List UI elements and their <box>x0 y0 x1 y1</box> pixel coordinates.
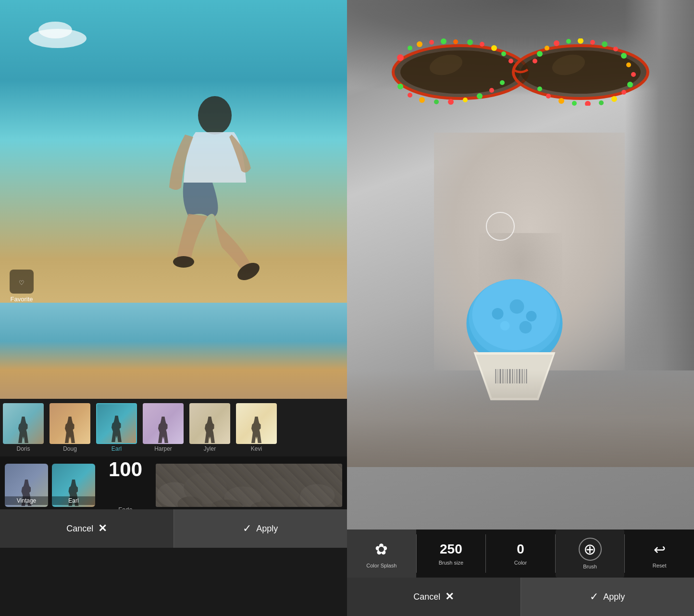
cancel-button-right[interactable]: Cancel ✕ <box>347 578 521 616</box>
color-splash-label: Color Splash <box>366 563 397 568</box>
reset-button[interactable]: ↩ Reset <box>625 530 694 578</box>
color-button[interactable]: 0 Color <box>486 530 555 578</box>
svg-point-28 <box>508 59 513 63</box>
svg-point-48 <box>626 62 631 67</box>
svg-point-49 <box>631 72 636 77</box>
svg-point-24 <box>467 39 473 45</box>
selected-tools-row: Vintage Earl 100 Fade <box>0 461 347 509</box>
svg-point-31 <box>419 97 425 103</box>
filter-label-doris: Doris <box>16 445 30 452</box>
filter-strip[interactable]: Doris Doug Earl <box>0 399 347 456</box>
svg-point-66 <box>520 321 532 333</box>
apply-button-left[interactable]: ✓ Apply <box>174 509 347 548</box>
left-panel: ♡ Favorite Doris Doug <box>0 0 347 616</box>
filter-preview-doug <box>50 403 90 444</box>
sunglasses-svg <box>376 38 665 106</box>
brush-size-label: Brush size <box>439 560 463 566</box>
filter-thumb-doug[interactable]: Doug <box>50 403 90 452</box>
brush-size-value: 250 <box>440 542 462 557</box>
svg-point-63 <box>510 299 524 314</box>
filter-preview-doris <box>3 403 44 444</box>
person-silhouette <box>133 86 268 375</box>
color-splash-button[interactable]: ✿ Color Splash <box>347 530 416 578</box>
apply-label-right: Apply <box>603 592 625 602</box>
bottom-toolbar-left: Vintage Earl 100 Fade <box>0 456 347 548</box>
filter-thumb-doris[interactable]: Doris <box>3 403 44 452</box>
svg-point-0 <box>198 96 232 135</box>
svg-point-55 <box>572 101 577 106</box>
apply-button-right[interactable]: ✓ Apply <box>521 578 694 616</box>
fade-value: 100 <box>109 458 142 506</box>
svg-point-22 <box>441 38 446 44</box>
fade-container: 100 Fade <box>99 458 152 513</box>
filter-label-earl: Earl <box>112 445 122 452</box>
filter-thumb-kevi[interactable]: Kevi <box>236 403 277 452</box>
svg-point-20 <box>417 41 422 47</box>
tool-earl[interactable]: Earl <box>52 464 95 507</box>
svg-point-41 <box>554 40 559 46</box>
reset-icon: ↩ <box>649 539 670 560</box>
svg-point-53 <box>599 100 604 105</box>
svg-point-25 <box>480 42 484 47</box>
filter-label-harper: Harper <box>154 445 172 452</box>
svg-point-29 <box>397 84 403 89</box>
tool-vintage-label: Vintage <box>5 496 48 505</box>
favorite-button[interactable]: ♡ Favorite <box>10 270 34 303</box>
svg-point-13 <box>400 50 520 94</box>
svg-point-62 <box>492 308 504 320</box>
filter-thumb-earl[interactable]: Earl <box>96 403 137 452</box>
svg-point-23 <box>453 39 458 44</box>
svg-point-52 <box>611 96 617 102</box>
svg-point-57 <box>546 94 551 99</box>
x-icon-left: ✕ <box>98 522 107 535</box>
svg-point-34 <box>463 98 468 102</box>
apply-label-left: Apply <box>256 524 278 534</box>
filter-label-doug: Doug <box>63 445 77 452</box>
svg-point-38 <box>533 59 537 63</box>
svg-point-33 <box>448 99 454 105</box>
brush-button[interactable]: ⊕ Brush <box>556 530 625 578</box>
svg-point-56 <box>558 98 564 104</box>
check-icon-right: ✓ <box>590 591 598 603</box>
svg-point-36 <box>489 88 494 93</box>
brush-size-button[interactable]: 250 Brush size <box>417 530 486 578</box>
filter-thumb-harper[interactable]: Harper <box>143 403 184 452</box>
svg-point-40 <box>545 46 549 50</box>
svg-point-50 <box>627 82 633 87</box>
filter-preview-earl <box>96 403 137 444</box>
reset-label: Reset <box>653 563 667 568</box>
svg-point-35 <box>477 93 483 99</box>
clouds <box>29 29 87 48</box>
tool-earl-label: Earl <box>52 496 95 505</box>
svg-point-45 <box>602 41 607 47</box>
svg-point-30 <box>408 93 412 98</box>
right-photo <box>347 0 694 530</box>
action-bar-right: Cancel ✕ ✓ Apply <box>347 578 694 616</box>
svg-point-27 <box>501 51 506 56</box>
svg-point-19 <box>408 46 412 50</box>
cancel-button-left[interactable]: Cancel ✕ <box>0 509 174 548</box>
tool-vintage[interactable]: Vintage <box>5 464 48 507</box>
filter-preview-jyler <box>189 403 230 444</box>
svg-point-58 <box>537 86 542 91</box>
x-icon-right: ✕ <box>445 591 454 603</box>
svg-point-54 <box>585 101 591 106</box>
svg-point-43 <box>578 38 583 44</box>
action-bar-left: Cancel ✕ ✓ Apply <box>0 509 347 548</box>
svg-point-47 <box>621 53 627 59</box>
filter-thumb-jyler[interactable]: Jyler <box>189 403 230 452</box>
svg-point-44 <box>590 40 595 45</box>
brush-label: Brush <box>583 564 597 569</box>
rocks-preview <box>156 464 342 507</box>
filter-preview-harper <box>143 403 184 444</box>
color-label: Color <box>514 560 527 566</box>
svg-point-42 <box>566 39 571 44</box>
color-value: 0 <box>517 542 524 557</box>
filter-label-jyler: Jyler <box>204 445 216 452</box>
svg-point-32 <box>434 99 439 104</box>
svg-point-18 <box>397 54 404 61</box>
cancel-label-left: Cancel <box>66 524 93 534</box>
svg-point-26 <box>491 45 497 51</box>
check-icon-left: ✓ <box>243 522 251 535</box>
svg-point-2 <box>173 256 194 268</box>
